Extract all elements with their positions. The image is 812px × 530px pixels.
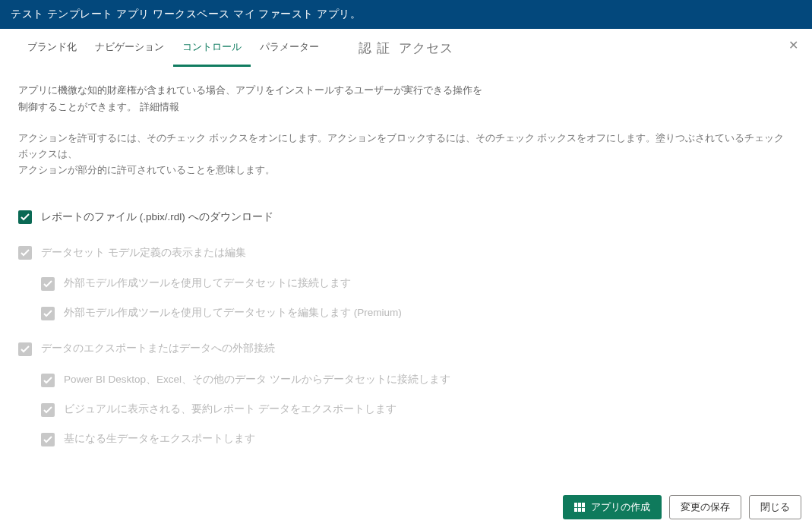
intro-line2-prefix: 制御することができます。 [18,101,137,112]
check-dataset-group-row: データセット モデル定義の表示または編集 [18,244,794,262]
close-button-label: 閉じる [760,500,790,514]
check-dataset-group-box[interactable] [18,246,32,260]
intro-line1: アプリに機微な知的財産権が含まれている場合、アプリをインストールするユーザーが実… [18,84,482,96]
app-header: テスト テンプレート アプリ ワークスペース マイ ファースト アプリ。 [0,0,812,29]
check-download-row: レポートのファイル (.pbix/.rdl) へのダウンロード [18,209,794,226]
checks-area: レポートのファイル (.pbix/.rdl) へのダウンロード データセット モ… [18,209,794,449]
app-grid-icon [574,503,585,512]
footer-buttons: アプリの作成 変更の保存 閉じる [563,495,801,519]
close-button[interactable]: 閉じる [749,495,801,519]
tab-auth-label: 認 証 [359,41,390,55]
check-dataset-group-label: データセット モデル定義の表示または編集 [41,244,246,262]
note-text: アクションを許可するには、そのチェック ボックスをオンにします。アクションをブロ… [18,131,794,178]
check-download-box[interactable] [18,210,32,224]
check-dataset-sub1-box[interactable] [41,277,55,291]
check-dataset-sub1-row: 外部モデル作成ツールを使用してデータセットに接続します [41,275,794,292]
checkmark-icon [43,377,52,384]
checkmark-icon [43,406,52,414]
checkmark-icon [43,280,52,288]
tab-parameter[interactable]: パラメーター [251,29,328,67]
check-export-sub1-box[interactable] [41,374,55,387]
save-changes-button[interactable]: 変更の保存 [669,495,741,519]
body-area: アプリに機微な知的財産権が含まれている場合、アプリをインストールするユーザーが実… [0,67,812,448]
check-export-group-label: データのエクスポートまたはデータへの外部接続 [41,340,275,358]
check-export-sub3-row: 基になる生データをエクスポートします [41,431,794,448]
checkmark-icon [43,310,52,317]
check-export-sub1-row: Power BI Desktop、Excel、その他のデータ ツールからデータセ… [41,371,794,389]
intro-text: アプリに機微な知的財産権が含まれている場合、アプリをインストールするユーザーが実… [18,82,794,115]
close-icon[interactable]: ✕ [788,39,798,52]
check-export-group-box[interactable] [18,342,32,356]
save-changes-label: 変更の保存 [681,500,730,514]
check-export-sub2-box[interactable] [41,403,55,417]
more-info-link[interactable]: 詳細情報 [140,101,179,112]
check-dataset-sub2-row: 外部モデル作成ツールを使用してデータセットを編集します (Premium) [41,304,794,322]
check-export-sub1-label: Power BI Desktop、Excel、その他のデータ ツールからデータセ… [64,371,450,389]
check-dataset-sub2-label: 外部モデル作成ツールを使用してデータセットを編集します (Premium) [64,304,402,322]
checkmark-icon [21,213,30,221]
header-title: テスト テンプレート アプリ ワークスペース マイ ファースト アプリ。 [11,8,361,21]
note-line2: アクションが部分的に許可されていることを意味します。 [18,164,275,175]
checkmark-icon [21,249,30,257]
tab-row: ブランド化 ナビゲーション コントロール パラメーター 認 証 アクセス ✕ [0,29,812,67]
tab-access-label: アクセス [399,41,453,55]
tab-control[interactable]: コントロール [173,29,251,67]
tab-branding[interactable]: ブランド化 [18,29,86,67]
tab-navigation[interactable]: ナビゲーション [86,29,173,67]
check-dataset-sub2-box[interactable] [41,307,55,320]
check-export-sub2-label: ビジュアルに表示される、要約レポート データをエクスポートします [64,401,397,418]
checkmark-icon [21,345,30,353]
note-line1: アクションを許可するには、そのチェック ボックスをオンにします。アクションをブロ… [18,132,784,159]
create-app-button[interactable]: アプリの作成 [563,495,662,519]
tab-group-auth-access[interactable]: 認 証 アクセス [359,39,453,57]
checkmark-icon [43,436,52,443]
check-export-sub3-label: 基になる生データをエクスポートします [64,431,255,448]
check-export-sub3-box[interactable] [41,433,55,446]
check-export-group-row: データのエクスポートまたはデータへの外部接続 [18,340,794,358]
check-download-label: レポートのファイル (.pbix/.rdl) へのダウンロード [41,209,273,226]
check-dataset-sub1-label: 外部モデル作成ツールを使用してデータセットに接続します [64,275,351,292]
check-export-sub2-row: ビジュアルに表示される、要約レポート データをエクスポートします [41,401,794,418]
create-app-label: アプリの作成 [591,500,650,514]
